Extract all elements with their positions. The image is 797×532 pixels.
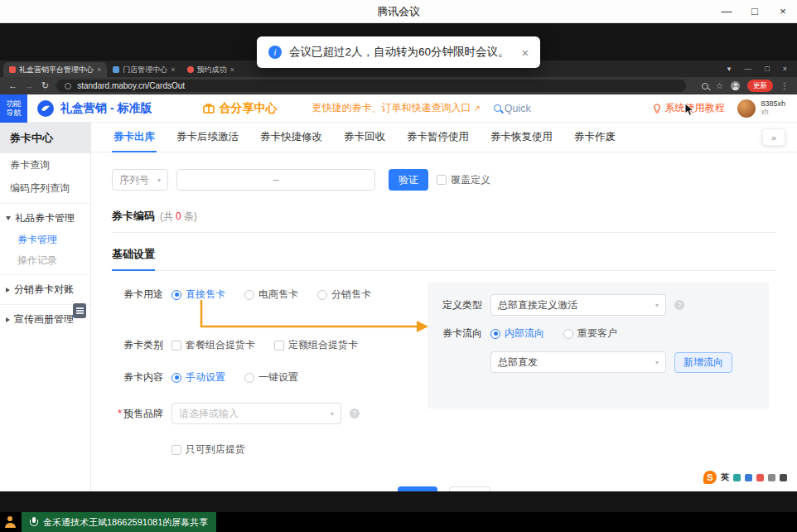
sidebar-group-distribution-reconciliation[interactable]: 分销券卡对账 (0, 278, 90, 301)
presale-brand-select[interactable]: 请选择或输入 ▾ (171, 403, 341, 424)
override-define-checkbox-wrap[interactable]: 覆盖定义 (437, 173, 490, 187)
mic-icon[interactable] (745, 474, 752, 481)
submit-button[interactable]: 提交 (398, 486, 437, 491)
radio-icon[interactable] (563, 329, 573, 339)
radio-icon[interactable] (171, 290, 181, 300)
browser-close-icon[interactable]: × (783, 65, 787, 73)
screen-share-chip[interactable]: 金禾通技术王斌18662591081的屏幕共享 (22, 512, 216, 532)
promo-link[interactable]: 更快捷的券卡、订单和快递查询入口 ↗ (312, 101, 480, 115)
verify-button[interactable]: 验证 (389, 169, 428, 191)
sidebar-item-code-sequence-query[interactable]: 编码序列查询 (0, 177, 90, 200)
function-nav-badge[interactable]: 功能 导航 (0, 94, 27, 123)
toast-message: 会议已超过2人，自动转为60分钟限时会议。 (289, 45, 510, 60)
site-info-icon[interactable] (65, 83, 71, 89)
sidebar-drag-handle[interactable] (73, 303, 86, 318)
language-mode-icon[interactable]: 英 (721, 472, 729, 483)
punctuation-icon[interactable] (733, 474, 741, 481)
define-type-select[interactable]: 总部直接定义激活 ▾ (490, 294, 666, 316)
user-avatar (737, 99, 756, 118)
nav-badge-line1: 功能 (7, 99, 22, 109)
radio-one-click-setting[interactable]: 一键设置 (244, 370, 298, 384)
keyboard-icon[interactable] (756, 474, 764, 481)
sidebar-group-label: 宣传画册管理 (14, 312, 74, 326)
radio-icon[interactable] (244, 373, 254, 383)
card-form: 券卡用途 直接售卡 电商售卡 (112, 283, 776, 475)
toast-close-icon[interactable]: × (522, 46, 529, 60)
minimize-icon[interactable]: — (712, 0, 741, 22)
sidebar-item-operation-log[interactable]: 操作记录 (0, 250, 90, 271)
flow-select[interactable]: 总部直发 ▾ (490, 351, 666, 373)
checkbox-icon[interactable] (171, 445, 181, 455)
tab-card-later-activation[interactable]: 券卡后续激活 (166, 123, 249, 152)
browser-minimize-icon[interactable]: — (744, 65, 751, 73)
tab-close-icon[interactable]: × (97, 65, 101, 74)
browser-maximize-icon[interactable]: □ (765, 65, 769, 73)
radio-icon[interactable] (171, 373, 181, 383)
sidebar-group-gift-card-mgmt[interactable]: 礼品券卡管理 (0, 207, 90, 230)
radio-important-customer[interactable]: 重要客户 (563, 326, 617, 341)
maximize-icon[interactable]: □ (741, 0, 769, 22)
profile-icon[interactable] (731, 81, 740, 90)
tab-label: 门店管理中心 (123, 65, 167, 75)
radio-icon[interactable] (490, 329, 500, 339)
radio-manual-setting[interactable]: 手动设置 (171, 370, 225, 384)
checkbox-fixed-combo-pickup-card[interactable]: 定额组合提货卡 (274, 338, 358, 352)
zoom-icon[interactable] (702, 83, 708, 89)
close-icon[interactable]: × (769, 0, 797, 22)
tab-close-icon[interactable]: × (230, 65, 234, 74)
reset-button[interactable]: 重置 (449, 486, 490, 491)
clipboard-icon[interactable] (768, 474, 775, 481)
tab-search-chevron-icon[interactable]: ▾ (727, 65, 732, 73)
radio-internal-flow[interactable]: 内部流向 (490, 326, 544, 341)
back-icon[interactable]: ← (8, 81, 17, 90)
tab-card-quick-edit[interactable]: 券卡快捷修改 (249, 123, 333, 152)
url-field[interactable]: standard.maboy.cn/CardsOut (56, 80, 686, 92)
radio-direct-sale[interactable]: 直接售卡 (171, 288, 225, 302)
serial-range-input[interactable]: – (176, 169, 375, 191)
radio-ecommerce-sale[interactable]: 电商售卡 (244, 288, 298, 302)
radio-icon[interactable] (244, 290, 254, 300)
checkbox-store-pickup-only[interactable]: 只可到店提货 (171, 443, 245, 457)
expand-panel-button[interactable]: » (762, 128, 785, 146)
tab-basic-settings[interactable]: 基础设置 (112, 247, 155, 271)
presale-brand-label: 预售品牌 (112, 407, 163, 421)
serial-type-select[interactable]: 序列号 ▾ (112, 169, 168, 191)
card-content-label: 券卡内容 (112, 370, 163, 384)
browser-tab-gift-platform[interactable]: 礼盒营销平台管理中心 × (3, 62, 107, 77)
sogou-logo-icon[interactable]: S (703, 471, 717, 484)
reload-icon[interactable]: ↻ (41, 81, 49, 90)
checkbox-combo-pickup-card[interactable]: 套餐组合提货卡 (171, 338, 255, 352)
toolbox-icon[interactable] (780, 474, 787, 481)
checkbox-icon[interactable] (171, 341, 181, 351)
tab-card-pause[interactable]: 券卡暂停使用 (396, 123, 480, 152)
browser-tab-booking-success[interactable]: 预约成功 × (181, 62, 240, 77)
tab-card-recycle[interactable]: 券卡回收 (333, 123, 396, 152)
form-left-column: 券卡用途 直接售卡 电商售卡 (112, 283, 421, 475)
ime-toolbar: S 英 (703, 471, 787, 484)
tab-card-outbound[interactable]: 券卡出库 (103, 123, 166, 152)
quick-search[interactable]: Quick (494, 103, 531, 114)
bookmark-star-icon[interactable]: ☆ (716, 81, 723, 90)
promo-text: 更快捷的券卡、订单和快递查询入口 (312, 101, 471, 115)
share-center-link[interactable]: 合分享中心 (203, 101, 277, 116)
browser-menu-icon[interactable]: ⋮ (780, 81, 789, 90)
sidebar-item-card-query[interactable]: 券卡查询 (0, 153, 90, 177)
checkbox-icon[interactable] (274, 341, 284, 351)
add-flow-button[interactable]: 新增流向 (674, 352, 732, 373)
radio-distribution-sale[interactable]: 分销售卡 (317, 288, 371, 302)
info-icon[interactable]: ? (674, 300, 684, 310)
tab-card-void[interactable]: 券卡作废 (563, 123, 626, 152)
external-link-icon: ↗ (473, 104, 480, 113)
forward-icon[interactable]: → (25, 81, 34, 90)
browser-update-badge[interactable]: 更新 (747, 80, 773, 92)
card-action-tabs: 券卡出库 券卡后续激活 券卡快捷修改 券卡回收 券卡暂停使用 券卡恢复使用 券卡… (91, 123, 797, 152)
checkbox-icon[interactable] (437, 175, 447, 185)
user-menu[interactable]: 8385xh xh (737, 99, 785, 118)
sidebar-item-card-management[interactable]: 券卡管理 (0, 230, 90, 250)
info-icon[interactable]: ? (350, 409, 360, 418)
tab-close-icon[interactable]: × (171, 65, 175, 74)
sidebar: 券卡中心 券卡查询 编码序列查询 礼品券卡管理 券卡管理 操作记录 分销券卡对账 (0, 123, 91, 491)
radio-icon[interactable] (317, 290, 327, 300)
browser-tab-store-center[interactable]: 门店管理中心 × (107, 62, 181, 77)
tab-card-resume[interactable]: 券卡恢复使用 (480, 123, 563, 152)
